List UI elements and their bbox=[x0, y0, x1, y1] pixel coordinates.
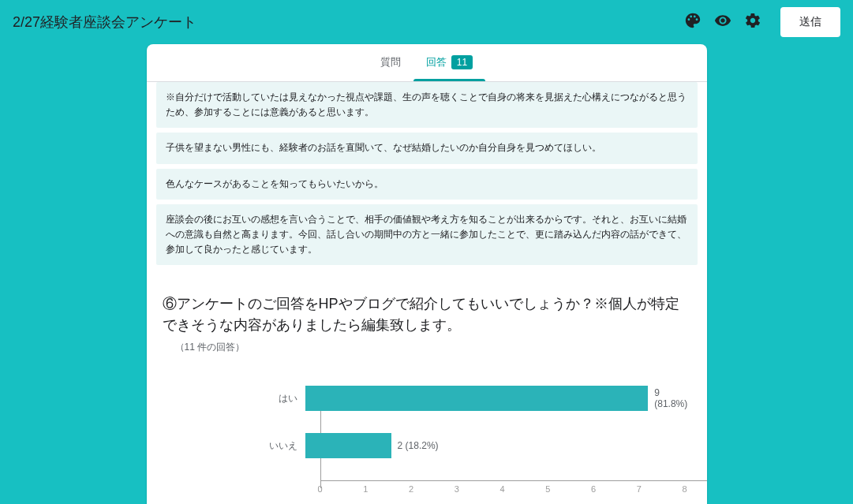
axis-tick: 6 bbox=[591, 484, 596, 494]
axis-tick: 1 bbox=[363, 484, 368, 494]
bar-chart: はい 9 (81.8%) いいえ 2 (18.2%) 0 1 2 3 4 5 bbox=[194, 386, 691, 498]
bar-track: 9 (81.8%) bbox=[305, 386, 690, 411]
axis-tick: 0 bbox=[317, 484, 322, 494]
bar-label: いいえ bbox=[194, 439, 306, 453]
bar-value-label: 2 (18.2%) bbox=[398, 440, 439, 451]
send-button[interactable]: 送信 bbox=[780, 7, 840, 37]
bar-row: いいえ 2 (18.2%) bbox=[194, 433, 691, 458]
form-card: 質問 回答 11 ※自分だけで活動していたは見えなかった視点や課題、生の声を聴く… bbox=[147, 44, 707, 504]
form-title: 2/27経験者座談会アンケート bbox=[13, 13, 684, 32]
axis-tick: 3 bbox=[455, 484, 459, 494]
tab-responses-label: 回答 bbox=[426, 55, 447, 69]
question-response-count: （11 件の回答） bbox=[175, 341, 691, 354]
x-axis: 0 1 2 3 4 5 6 7 8 9 bbox=[320, 480, 707, 498]
palette-icon[interactable] bbox=[684, 12, 701, 32]
app-header: 2/27経験者座談会アンケート 送信 bbox=[0, 0, 853, 44]
tab-bar: 質問 回答 11 bbox=[147, 44, 707, 82]
response-count-badge: 11 bbox=[451, 55, 473, 69]
response-item: 子供を望まない男性にも、経験者のお話を直聞いて、なぜ結婚したいのか自分自身を見つ… bbox=[156, 133, 698, 163]
axis-tick: 5 bbox=[545, 484, 550, 494]
header-actions: 送信 bbox=[684, 7, 840, 37]
axis-tick: 8 bbox=[683, 484, 687, 494]
bar-row: はい 9 (81.8%) bbox=[194, 386, 691, 411]
axis-tick: 7 bbox=[637, 484, 642, 494]
tab-questions[interactable]: 質問 bbox=[368, 44, 413, 81]
bar-track: 2 (18.2%) bbox=[305, 433, 690, 458]
axis-tick: 4 bbox=[500, 484, 505, 494]
bar-label: はい bbox=[194, 392, 306, 405]
axis-tick: 2 bbox=[409, 484, 413, 494]
response-item: ※自分だけで活動していたは見えなかった視点や課題、生の声を聴くことで自身の将来を… bbox=[156, 82, 698, 128]
bar-no bbox=[305, 433, 391, 458]
question-title: ⑥アンケートのご回答をHPやブログで紹介してもいいでしょうか？※個人が特定できそ… bbox=[163, 293, 691, 336]
tab-responses[interactable]: 回答 11 bbox=[413, 44, 485, 81]
settings-icon[interactable] bbox=[744, 12, 761, 32]
bar-yes bbox=[305, 386, 648, 411]
tab-questions-label: 質問 bbox=[380, 55, 401, 69]
question-block: ⑥アンケートのご回答をHPやブログで紹介してもいいでしょうか？※個人が特定できそ… bbox=[163, 293, 691, 354]
response-item: 色んなケースがあることを知ってもらいたいから。 bbox=[156, 169, 698, 200]
responses-content: ※自分だけで活動していたは見えなかった視点や課題、生の声を聴くことで自身の将来を… bbox=[147, 82, 707, 504]
preview-icon[interactable] bbox=[714, 12, 731, 32]
response-item: 座談会の後にお互いの感想を言い合うことで、相手の価値観や考え方を知ることが出来る… bbox=[156, 204, 698, 266]
bar-value-label: 9 (81.8%) bbox=[654, 387, 690, 409]
